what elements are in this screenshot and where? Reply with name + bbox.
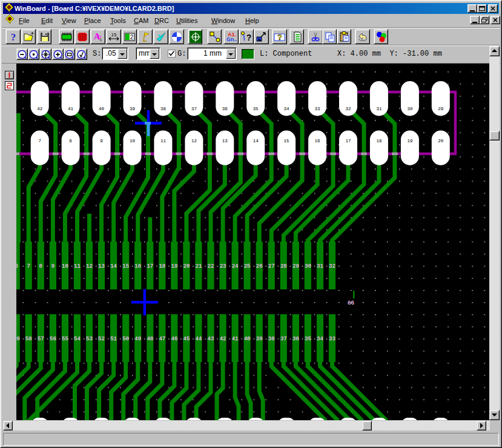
svg-text:11: 11: [160, 139, 167, 143]
svg-text:44: 44: [195, 336, 202, 342]
svg-text:23: 23: [220, 263, 226, 269]
svg-text:14: 14: [110, 263, 117, 269]
svg-text:43: 43: [208, 336, 214, 342]
svg-text:17: 17: [147, 263, 153, 269]
svg-text:45: 45: [183, 336, 190, 342]
svg-text:57: 57: [38, 336, 44, 342]
svg-text:31: 31: [317, 263, 323, 269]
svg-text:50: 50: [122, 336, 129, 342]
svg-text:20: 20: [438, 139, 444, 143]
svg-text:Gn..: Gn..: [226, 36, 237, 42]
svg-text:7: 7: [38, 139, 41, 143]
svg-text:16: 16: [315, 139, 321, 143]
svg-text:10: 10: [130, 139, 136, 143]
svg-text:38: 38: [160, 107, 166, 111]
svg-text:c: c: [100, 37, 102, 42]
svg-text:30: 30: [407, 107, 413, 111]
svg-text:6: 6: [16, 263, 18, 269]
svg-text:13: 13: [222, 139, 228, 143]
svg-text:26: 26: [256, 263, 263, 269]
svg-text:56: 56: [50, 336, 56, 342]
svg-text:34: 34: [317, 336, 323, 342]
svg-text:47: 47: [159, 336, 165, 342]
svg-text:34: 34: [284, 107, 290, 111]
svg-text:59: 59: [16, 336, 20, 342]
svg-text:18: 18: [376, 139, 381, 143]
svg-text:41: 41: [68, 107, 74, 111]
svg-text:21: 21: [195, 263, 202, 269]
svg-text:52: 52: [98, 336, 105, 342]
svg-text:49: 49: [134, 336, 141, 342]
svg-text:29: 29: [292, 263, 299, 269]
svg-text:2: 2: [130, 34, 134, 41]
svg-text:?: ?: [11, 31, 16, 43]
svg-text:17: 17: [345, 139, 351, 143]
svg-text:36: 36: [292, 336, 299, 342]
svg-text:40: 40: [99, 107, 105, 111]
svg-text:13: 13: [98, 263, 105, 269]
svg-text:39: 39: [130, 107, 135, 111]
svg-text:37: 37: [280, 336, 287, 342]
svg-text:27: 27: [268, 263, 275, 269]
svg-text:46: 46: [171, 336, 177, 342]
svg-text:11: 11: [74, 263, 81, 269]
svg-text:53: 53: [86, 336, 93, 342]
svg-text:15: 15: [111, 32, 117, 38]
svg-text:40: 40: [244, 336, 251, 342]
svg-text:41: 41: [232, 336, 239, 342]
svg-text:29: 29: [438, 107, 443, 111]
svg-text:22: 22: [208, 263, 214, 269]
svg-text:8: 8: [69, 139, 72, 143]
svg-text:18: 18: [159, 263, 165, 269]
svg-text:31: 31: [376, 107, 382, 111]
svg-text:9: 9: [100, 139, 103, 143]
svg-text:48: 48: [147, 336, 153, 342]
svg-text:20: 20: [183, 263, 190, 269]
svg-text:33: 33: [315, 107, 321, 111]
svg-text:42: 42: [37, 107, 42, 111]
svg-text:32: 32: [329, 263, 335, 269]
svg-text:55: 55: [62, 336, 68, 342]
svg-text:30: 30: [305, 263, 311, 269]
svg-text:14: 14: [253, 139, 259, 143]
svg-text:9: 9: [51, 263, 54, 269]
svg-text:39: 39: [256, 336, 263, 342]
svg-text:54: 54: [74, 336, 81, 342]
svg-text:25: 25: [244, 263, 251, 269]
svg-text:19: 19: [171, 263, 177, 269]
svg-text:12: 12: [191, 139, 197, 143]
svg-text:?: ?: [246, 33, 252, 42]
svg-text:36: 36: [222, 107, 228, 111]
svg-text:15: 15: [284, 139, 290, 143]
svg-text:15: 15: [122, 263, 129, 269]
svg-text:51: 51: [110, 336, 117, 342]
svg-text:37: 37: [191, 107, 197, 111]
svg-text:24: 24: [232, 263, 239, 269]
svg-text:28: 28: [280, 263, 287, 269]
svg-text:35: 35: [305, 336, 311, 342]
svg-text:32: 32: [345, 107, 351, 111]
svg-text:66: 66: [348, 300, 354, 306]
svg-text:38: 38: [268, 336, 275, 342]
svg-text:8: 8: [39, 263, 42, 269]
svg-text:58: 58: [25, 336, 32, 342]
svg-text:19: 19: [407, 139, 412, 143]
svg-text:12: 12: [86, 263, 93, 269]
svg-text:7: 7: [27, 263, 30, 269]
svg-text:?: ?: [277, 33, 282, 42]
svg-text:16: 16: [134, 263, 141, 269]
svg-text:35: 35: [253, 107, 259, 111]
svg-text:42: 42: [220, 336, 226, 342]
svg-text:33: 33: [329, 336, 335, 342]
svg-text:10: 10: [62, 263, 68, 269]
